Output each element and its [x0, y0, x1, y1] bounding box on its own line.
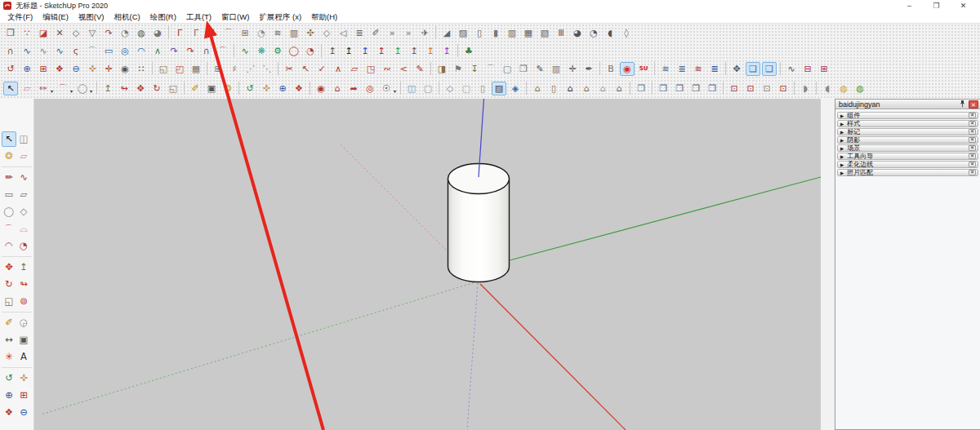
rect-spline-icon[interactable]: ▭: [101, 44, 116, 58]
dot-box-1-icon[interactable]: ⊡: [727, 82, 742, 95]
component-lib-icon[interactable]: ⌂: [330, 82, 345, 95]
axes-cross-icon[interactable]: ✕: [52, 26, 67, 40]
hidden-line-icon[interactable]: ▯: [475, 82, 490, 95]
dot-box-4-icon[interactable]: ⊡: [776, 82, 791, 95]
tray-close-button[interactable]: ✕: [969, 100, 978, 109]
diag-grid-2-icon[interactable]: ⋱: [260, 62, 274, 76]
section-close-icon[interactable]: ✕: [969, 162, 976, 167]
zoom-window-icon[interactable]: ⊞: [36, 62, 51, 76]
note-pencil-icon[interactable]: ✎: [412, 62, 427, 76]
extension-warehouse-icon[interactable]: ◎: [363, 82, 377, 95]
shaded-icon[interactable]: ▨: [492, 82, 506, 95]
zoom-extents-icon[interactable]: ❖: [292, 82, 306, 95]
paint-bucket-icon[interactable]: ❂: [220, 82, 235, 95]
bezier-blue-2-icon[interactable]: ∿: [52, 44, 67, 58]
pan-icon[interactable]: ✜: [16, 370, 31, 386]
wave-columns-icon[interactable]: ≋: [270, 26, 285, 40]
column-card-icon[interactable]: ▥: [549, 62, 564, 76]
tape-measure-icon[interactable]: ✐: [2, 315, 16, 330]
arc-icon[interactable]: ⌒: [56, 82, 70, 95]
pan-icon[interactable]: ✜: [259, 82, 274, 95]
zoom-extents-icon[interactable]: ❖: [52, 62, 67, 76]
fence-grid-icon[interactable]: ♯: [227, 62, 242, 76]
menu-camera[interactable]: 相机(C): [109, 11, 145, 23]
viewport-canvas[interactable]: [34, 99, 821, 430]
swoosh-curve-icon[interactable]: ⌒: [221, 26, 236, 40]
wave-edit-icon[interactable]: ∾: [380, 62, 394, 76]
share-model-icon[interactable]: ➦: [346, 82, 361, 95]
arc-icon[interactable]: ⌒: [2, 221, 16, 237]
dot-box-2-icon[interactable]: ⊡: [743, 82, 758, 95]
expand-arrow-icon[interactable]: ▶: [840, 171, 844, 175]
text-icon[interactable]: ▣: [16, 332, 31, 348]
wrench-edit-icon[interactable]: ⚙: [270, 44, 285, 58]
arc-blue-icon[interactable]: ◠: [134, 44, 149, 58]
nav-compass-icon[interactable]: ✥: [729, 62, 744, 76]
quad-face-icon[interactable]: ▱: [347, 62, 362, 76]
hook-curve-icon[interactable]: ↷: [101, 26, 116, 40]
layers-blue-icon[interactable]: ≣: [707, 62, 722, 76]
fist-grab-icon[interactable]: ✣: [303, 26, 318, 40]
layer-up-v-icon[interactable]: ↥: [390, 44, 405, 58]
ink-pen-icon[interactable]: ✒: [581, 62, 596, 76]
fan-wide-icon[interactable]: ◖: [603, 26, 617, 40]
dot-ring-icon[interactable]: ❋: [254, 44, 269, 58]
zoom-previous-icon[interactable]: ⊖: [69, 62, 83, 76]
wire-poly-icon[interactable]: ◇: [69, 26, 83, 40]
menu-tools[interactable]: 工具(T): [181, 11, 216, 23]
tray-section-soften-edges[interactable]: ▶柔化边线✕: [837, 161, 978, 168]
pie-icon[interactable]: ◔: [16, 238, 31, 254]
three-point-arc-icon[interactable]: ◠: [2, 238, 16, 254]
sign-in-person-dropdown-arrow[interactable]: ▾: [394, 88, 396, 94]
spiral-icon[interactable]: ◎: [118, 44, 132, 58]
card-pair-icon[interactable]: ❐: [516, 62, 531, 76]
tray-section-components[interactable]: ▶组件✕: [837, 112, 978, 119]
scale-icon[interactable]: ◱: [166, 82, 180, 95]
wall-door-icon[interactable]: ▯: [546, 82, 561, 95]
pen-card-icon[interactable]: ✎: [532, 62, 547, 76]
close-button[interactable]: ✕: [950, 0, 977, 11]
wireframe-icon[interactable]: ▢: [459, 82, 474, 95]
tray-section-styles[interactable]: ▶样式✕: [837, 120, 978, 127]
speaker-wedge-icon[interactable]: ◁: [336, 26, 350, 40]
menu-edit[interactable]: 编辑(E): [38, 11, 74, 23]
grip-columns-icon[interactable]: ▥: [287, 26, 301, 40]
layers-stack-icon[interactable]: ≣: [675, 62, 689, 76]
circle-dropdown-arrow[interactable]: ▾: [90, 88, 92, 94]
layer-up-f-icon[interactable]: ↥: [439, 44, 454, 58]
follow-me-icon[interactable]: ↬: [117, 82, 131, 95]
layer-up-eq-icon[interactable]: ↥: [325, 44, 340, 58]
layer-up-r-icon[interactable]: ↥: [374, 44, 389, 58]
section-close-icon[interactable]: ✕: [969, 170, 976, 175]
shield-shell-icon[interactable]: ◖: [820, 82, 835, 95]
rotate-icon[interactable]: ↻: [2, 277, 16, 292]
eraser-icon[interactable]: ▱: [16, 149, 31, 164]
card-box-icon[interactable]: ▢: [500, 62, 514, 76]
component-blue-icon[interactable]: ❐: [705, 82, 719, 95]
polyline-green-icon[interactable]: ∧: [150, 44, 165, 58]
chevrons-2-icon[interactable]: »: [401, 26, 416, 40]
flat-poly-icon[interactable]: ▽: [85, 26, 100, 40]
component-box-1-icon[interactable]: ❐: [656, 82, 670, 95]
tree-plant-icon[interactable]: ♣: [461, 44, 476, 58]
section-close-icon[interactable]: ✕: [969, 153, 976, 159]
hatch-layer-icon[interactable]: ▧: [537, 26, 552, 40]
vertex-angle-icon[interactable]: ∧: [331, 62, 345, 76]
layer-up-n-icon[interactable]: ↥: [407, 44, 421, 58]
cam-machine-icon[interactable]: ⊟: [800, 62, 815, 76]
scale-icon[interactable]: ◱: [2, 294, 16, 309]
walk-icon[interactable]: ∷: [134, 62, 149, 76]
stack-layers-icon[interactable]: ≣: [352, 26, 367, 40]
chevrons-1-icon[interactable]: »: [385, 26, 399, 40]
flag-marker-icon[interactable]: ⚑: [451, 62, 466, 76]
solid-box-icon[interactable]: ◨: [434, 62, 449, 76]
polygon-icon[interactable]: ◇: [16, 204, 31, 219]
component-pair-icon[interactable]: ❐: [634, 82, 648, 95]
diag-grid-1-icon[interactable]: ⋰: [243, 62, 258, 76]
expand-arrow-icon[interactable]: ▶: [840, 154, 844, 159]
eraser-icon[interactable]: ▱: [20, 82, 34, 95]
section-close-icon[interactable]: ✕: [969, 129, 976, 135]
follow-me-icon[interactable]: ↬: [16, 277, 31, 292]
select-icon[interactable]: ↖: [3, 82, 18, 95]
home-icon[interactable]: ⌂: [563, 82, 577, 95]
